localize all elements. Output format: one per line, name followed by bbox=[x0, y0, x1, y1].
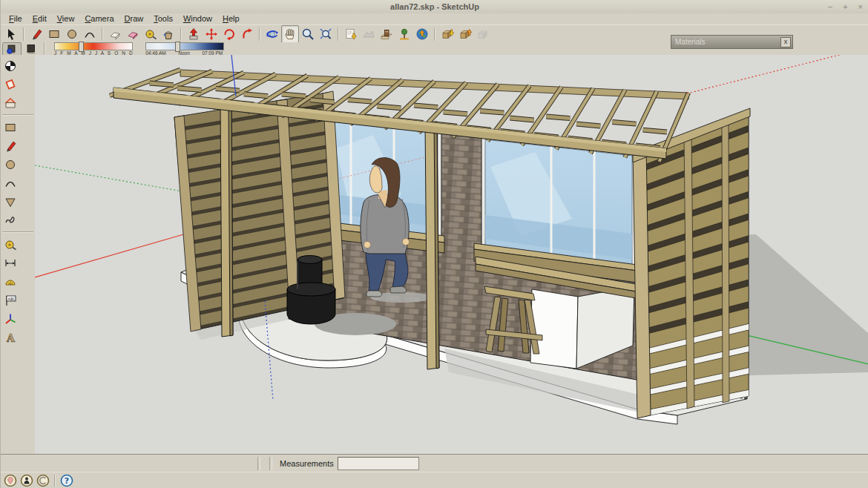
offset-tool-button[interactable] bbox=[238, 25, 256, 43]
solar-north-tool-button[interactable] bbox=[1, 57, 19, 74]
shadow-settings-button[interactable] bbox=[2, 42, 22, 56]
get-models-button[interactable] bbox=[438, 25, 456, 43]
close-button[interactable]: × bbox=[858, 0, 863, 13]
share-models-icon bbox=[458, 27, 472, 41]
materials-panel[interactable]: Materials x bbox=[671, 35, 793, 49]
date-slider-track[interactable] bbox=[54, 42, 133, 50]
toggle-shadows-button[interactable] bbox=[22, 42, 41, 56]
share-component-icon bbox=[476, 27, 490, 41]
push-pull-icon bbox=[187, 27, 200, 41]
help-glyph: ? bbox=[65, 476, 69, 486]
polygon-tool-button[interactable] bbox=[1, 193, 19, 210]
menu-camera[interactable]: Camera bbox=[79, 13, 119, 24]
eraser-tool-button[interactable] bbox=[124, 25, 142, 43]
toggle-terrain-button[interactable] bbox=[360, 25, 378, 43]
add-new-building-button[interactable] bbox=[395, 25, 413, 43]
select-tool-button[interactable] bbox=[2, 25, 20, 43]
pencil-icon bbox=[4, 139, 17, 153]
arc-tool-button[interactable] bbox=[81, 25, 99, 43]
menu-tools[interactable]: Tools bbox=[148, 13, 178, 24]
menu-draw[interactable]: Draw bbox=[119, 13, 149, 24]
zoom-tool-button[interactable] bbox=[299, 25, 317, 43]
time-slider-thumb[interactable] bbox=[175, 42, 180, 52]
materials-panel-title: Materials bbox=[671, 38, 780, 46]
polygon-icon bbox=[4, 195, 17, 208]
sign-in-button[interactable] bbox=[36, 474, 50, 487]
photo-textures-button[interactable] bbox=[378, 25, 395, 43]
move-tool-button[interactable] bbox=[203, 25, 220, 43]
menu-help[interactable]: Help bbox=[217, 13, 245, 24]
axes-tool-button[interactable] bbox=[1, 310, 19, 327]
add-new-building-icon bbox=[398, 27, 411, 41]
orbit-tool-button[interactable] bbox=[263, 25, 281, 43]
date-slider-thumb[interactable] bbox=[79, 42, 84, 52]
zoom-magnifier-icon bbox=[301, 27, 315, 41]
measurebar-groove bbox=[269, 457, 272, 470]
push-pull-button[interactable] bbox=[185, 25, 203, 43]
measurements-bar: Measurements bbox=[1, 454, 868, 472]
shadow-date-slider[interactable]: J F M A M J J A S O N D bbox=[54, 42, 134, 56]
toolbar-separator bbox=[338, 27, 339, 41]
share-models-button[interactable] bbox=[456, 25, 474, 43]
dimension-tool-button[interactable] bbox=[1, 254, 19, 271]
axes-icon bbox=[4, 312, 17, 326]
circle-tool-button[interactable] bbox=[63, 25, 81, 43]
pan-hand-icon bbox=[283, 27, 297, 41]
sketchup-window: allan72.skp - SketchUp − + × File Edit V… bbox=[0, 0, 868, 488]
measurebar-groove bbox=[257, 457, 260, 470]
palette-separator bbox=[2, 114, 33, 116]
menu-view[interactable]: View bbox=[52, 13, 80, 24]
3d-text-icon: A bbox=[4, 331, 17, 344]
paint-bucket-button[interactable] bbox=[160, 25, 177, 43]
tape-measure-button[interactable] bbox=[142, 25, 160, 43]
menu-edit[interactable]: Edit bbox=[27, 13, 52, 24]
share-component-button[interactable] bbox=[474, 25, 492, 43]
freehand-icon bbox=[4, 214, 17, 227]
maximize-button[interactable]: + bbox=[843, 0, 847, 13]
minimize-button[interactable]: − bbox=[828, 0, 832, 13]
toolbar-separator bbox=[259, 27, 260, 41]
section-plane-tool-button[interactable] bbox=[1, 76, 19, 93]
protractor-tool-button[interactable] bbox=[1, 273, 19, 290]
rotate-tool-button[interactable] bbox=[220, 25, 238, 43]
title-bar[interactable]: allan72.skp - SketchUp − + × bbox=[1, 0, 868, 14]
palette-rectangle-button[interactable] bbox=[1, 119, 19, 136]
toolbar-separator bbox=[434, 27, 435, 41]
palette-circle-button[interactable] bbox=[1, 156, 19, 173]
pan-tool-button[interactable] bbox=[281, 25, 299, 43]
help-button[interactable]: ? bbox=[60, 474, 73, 487]
section-plane-icon bbox=[4, 78, 17, 91]
geolocation-status-button[interactable] bbox=[4, 474, 17, 487]
zoom-extents-icon bbox=[319, 27, 332, 41]
menu-file[interactable]: File bbox=[4, 13, 27, 24]
rectangle-tool-button[interactable] bbox=[45, 25, 63, 43]
drawing-area[interactable] bbox=[35, 55, 868, 454]
add-location-button[interactable] bbox=[342, 25, 360, 43]
text-tool-button[interactable]: ABC bbox=[1, 291, 19, 309]
materials-close-button[interactable]: x bbox=[780, 37, 791, 47]
time-slider-track[interactable] bbox=[145, 42, 224, 50]
palette-arc-button[interactable] bbox=[1, 174, 19, 191]
sign-in-icon bbox=[36, 474, 50, 487]
solar-north-compass-icon bbox=[4, 59, 17, 73]
zoom-extents-button[interactable] bbox=[317, 25, 335, 43]
line-tool-button[interactable] bbox=[27, 25, 45, 43]
add-location-icon bbox=[344, 27, 358, 41]
section-cuts-tool-button[interactable] bbox=[1, 94, 19, 111]
circle-icon bbox=[4, 158, 17, 171]
shadow-time-slider[interactable]: 04:46 AM Noon 07:09 PM bbox=[145, 42, 224, 56]
menu-window[interactable]: Window bbox=[178, 13, 217, 24]
make-component-button[interactable] bbox=[106, 25, 124, 43]
text-tool-label: ABC bbox=[7, 296, 16, 300]
toggle-shadows-icon bbox=[24, 44, 38, 54]
person-hand-left bbox=[364, 242, 371, 248]
measurements-input[interactable] bbox=[338, 457, 419, 470]
credit-attribution-button[interactable] bbox=[20, 474, 33, 487]
preview-in-google-earth-button[interactable] bbox=[413, 25, 431, 43]
pencil-icon bbox=[30, 27, 43, 41]
3d-text-tool-button[interactable]: A bbox=[1, 329, 19, 346]
palette-tape-measure-button[interactable] bbox=[1, 236, 19, 253]
window-title: allan72.skp - SketchUp bbox=[390, 2, 479, 11]
palette-line-button[interactable] bbox=[1, 137, 19, 154]
freehand-tool-button[interactable] bbox=[1, 211, 19, 228]
